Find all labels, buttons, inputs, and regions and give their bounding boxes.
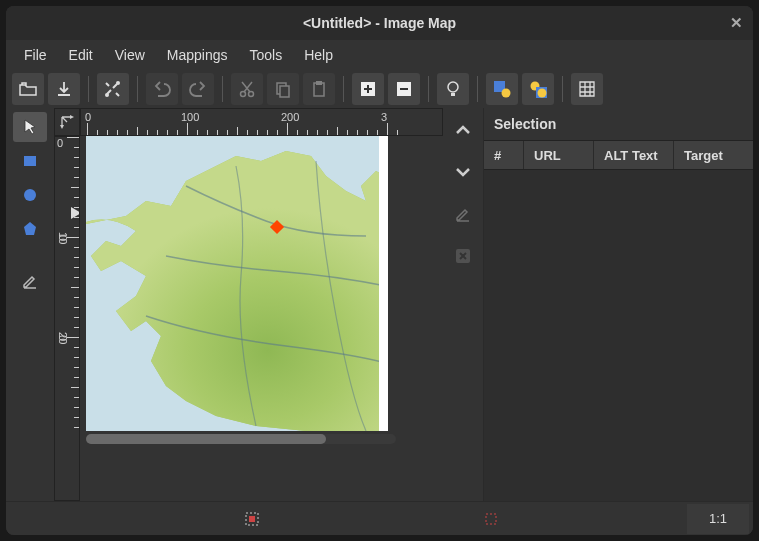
separator bbox=[428, 76, 429, 102]
zoom-out-button[interactable] bbox=[388, 73, 420, 105]
menu-help[interactable]: Help bbox=[294, 43, 343, 67]
separator bbox=[562, 76, 563, 102]
redo-button[interactable] bbox=[182, 73, 214, 105]
svg-rect-24 bbox=[486, 514, 496, 524]
save-button[interactable] bbox=[48, 73, 80, 105]
separator bbox=[477, 76, 478, 102]
scrollbar-thumb[interactable] bbox=[86, 434, 326, 444]
column-alt[interactable]: ALT Text bbox=[594, 141, 674, 169]
cut-button[interactable] bbox=[231, 73, 263, 105]
open-button[interactable] bbox=[12, 73, 44, 105]
status-icon-2[interactable] bbox=[475, 503, 507, 535]
selection-panel: Selection # URL ALT Text Target bbox=[483, 108, 753, 501]
edit-tool[interactable] bbox=[13, 266, 47, 296]
rectangle-tool[interactable] bbox=[13, 146, 47, 176]
menu-edit[interactable]: Edit bbox=[59, 43, 103, 67]
vertical-ruler[interactable]: 0 100 200 document.write(Array.from({len… bbox=[54, 136, 80, 501]
move-up-button[interactable] bbox=[447, 114, 479, 146]
workspace: 0 100 200 3 document.write(Array.from({l… bbox=[6, 108, 753, 501]
circle-tool[interactable] bbox=[13, 180, 47, 210]
window-title: <Untitled> - Image Map bbox=[303, 15, 456, 31]
canvas-row: 0 100 200 document.write(Array.from({len… bbox=[54, 136, 443, 501]
delete-area-button[interactable] bbox=[447, 240, 479, 272]
horizontal-scrollbar[interactable] bbox=[86, 434, 396, 444]
move-down-button[interactable] bbox=[447, 156, 479, 188]
edit-area-button[interactable] bbox=[447, 198, 479, 230]
titlebar: <Untitled> - Image Map ✕ bbox=[6, 6, 753, 40]
map-image bbox=[86, 136, 388, 431]
svg-point-12 bbox=[502, 89, 511, 98]
table-header: # URL ALT Text Target bbox=[484, 140, 753, 170]
svg-point-1 bbox=[105, 93, 109, 97]
table-body[interactable] bbox=[484, 170, 753, 501]
undo-button[interactable] bbox=[146, 73, 178, 105]
menubar: File Edit View Mappings Tools Help bbox=[6, 40, 753, 70]
svg-point-10 bbox=[448, 82, 458, 92]
column-number[interactable]: # bbox=[484, 141, 524, 169]
svg-rect-16 bbox=[24, 156, 36, 166]
svg-rect-5 bbox=[280, 86, 289, 97]
grid-button[interactable] bbox=[571, 73, 603, 105]
ruler-row: 0 100 200 3 document.write(Array.from({l… bbox=[54, 108, 443, 136]
preferences-button[interactable] bbox=[97, 73, 129, 105]
hint-button[interactable] bbox=[437, 73, 469, 105]
separator bbox=[222, 76, 223, 102]
canvas[interactable] bbox=[80, 136, 443, 501]
status-icon-1[interactable] bbox=[236, 503, 268, 535]
toolbar bbox=[6, 70, 753, 108]
menu-view[interactable]: View bbox=[105, 43, 155, 67]
statusbar: 1:1 bbox=[6, 501, 753, 535]
column-target[interactable]: Target bbox=[674, 141, 753, 169]
copy-button[interactable] bbox=[267, 73, 299, 105]
polygon-tool[interactable] bbox=[13, 214, 47, 244]
zoom-level[interactable]: 1:1 bbox=[687, 504, 749, 534]
separator bbox=[137, 76, 138, 102]
panel-title: Selection bbox=[484, 108, 753, 140]
close-button[interactable]: ✕ bbox=[730, 14, 743, 32]
separator bbox=[88, 76, 89, 102]
tool-palette bbox=[6, 108, 54, 501]
move-front-button[interactable] bbox=[486, 73, 518, 105]
svg-point-15 bbox=[538, 89, 547, 98]
svg-rect-23 bbox=[249, 516, 255, 522]
app-window: <Untitled> - Image Map ✕ File Edit View … bbox=[6, 6, 753, 535]
separator bbox=[343, 76, 344, 102]
svg-point-0 bbox=[116, 81, 120, 85]
paste-button[interactable] bbox=[303, 73, 335, 105]
selection-tools bbox=[443, 108, 483, 501]
ruler-corner[interactable] bbox=[54, 108, 80, 136]
svg-rect-7 bbox=[316, 81, 322, 85]
pointer-tool[interactable] bbox=[13, 112, 47, 142]
zoom-in-button[interactable] bbox=[352, 73, 384, 105]
column-url[interactable]: URL bbox=[524, 141, 594, 169]
menu-tools[interactable]: Tools bbox=[239, 43, 292, 67]
svg-rect-20 bbox=[379, 136, 388, 431]
horizontal-ruler[interactable]: 0 100 200 3 document.write(Array.from({l… bbox=[80, 108, 443, 136]
move-back-button[interactable] bbox=[522, 73, 554, 105]
menu-file[interactable]: File bbox=[14, 43, 57, 67]
menu-mappings[interactable]: Mappings bbox=[157, 43, 238, 67]
canvas-area: 0 100 200 3 document.write(Array.from({l… bbox=[54, 108, 443, 501]
svg-point-17 bbox=[24, 189, 36, 201]
